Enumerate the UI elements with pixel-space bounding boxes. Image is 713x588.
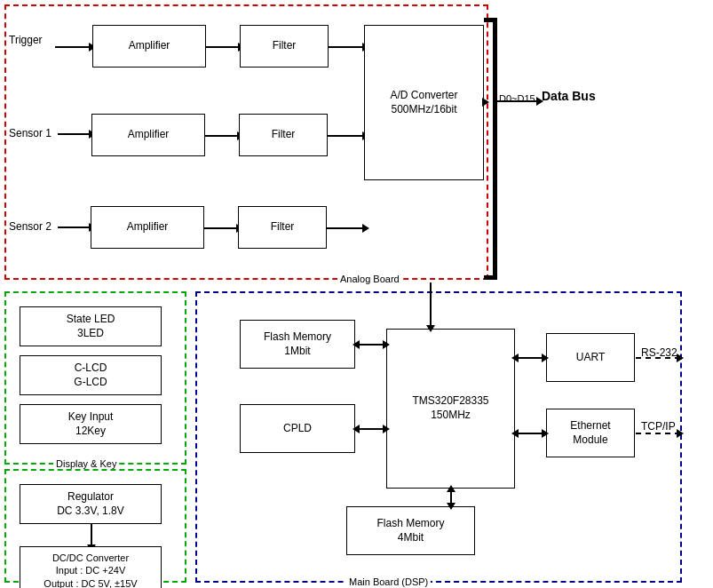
amp2-to-filter2-arrow — [205, 135, 239, 137]
filter3-block: Filter — [238, 206, 327, 249]
main-board-label: Main Board (DSP) — [346, 576, 431, 587]
trigger-label: Trigger — [9, 34, 43, 46]
state-led-block: State LED 3LED — [20, 306, 162, 346]
analog-board-label: Analog Board — [337, 274, 402, 284]
flash4-block: Flash Memory 4Mbit — [346, 506, 475, 555]
regulator-block: Regulator DC 3.3V, 1.8V — [20, 484, 162, 524]
tms-block: TMS320F28335 150MHz — [386, 329, 515, 489]
amplifier2-block: Amplifier — [91, 114, 205, 156]
tcpip-arrow — [677, 429, 684, 438]
data-bus-top-line — [484, 18, 497, 22]
data-bus-vertical-line — [493, 18, 497, 280]
uart-block: UART — [546, 333, 635, 382]
d0d15-label: D0~D15 — [499, 93, 535, 104]
sensor1-to-amp2-arrow — [58, 133, 91, 135]
databus-label: Data Bus — [542, 89, 596, 103]
cpld-tms-arrow — [358, 428, 384, 430]
tcpip-dashed-line — [636, 433, 680, 434]
amp3-to-filter3-arrow — [204, 227, 238, 229]
tms-uart-arrow — [517, 357, 543, 359]
filter1-block: Filter — [240, 25, 329, 68]
data-bus-bottom-line — [484, 275, 497, 280]
reg-to-dcdc-arrow — [91, 524, 92, 546]
dcdc-block: DC/DC Converter Input : DC +24V Output :… — [20, 546, 162, 588]
filter3-to-right-arrow — [327, 227, 364, 229]
adc-block: A/D Converter 500MHz/16bit — [364, 25, 484, 180]
clcd-block: C-LCD G-LCD — [20, 355, 162, 395]
rs232-dashed-line — [636, 357, 680, 359]
filter1-to-adc-arrow — [329, 46, 364, 48]
amplifier3-block: Amplifier — [91, 206, 204, 249]
trigger-to-amp1-arrow — [55, 46, 91, 48]
sensor2-to-amp3-arrow — [58, 226, 91, 228]
tms-eth-arrow — [517, 433, 543, 434]
tms-flash4-arrow — [450, 490, 452, 505]
filter2-to-adc-arrow — [328, 135, 364, 137]
sensor1-label: Sensor 1 — [9, 127, 51, 139]
sensor2-label: Sensor 2 — [9, 220, 51, 233]
tcpip-label: TCP/IP — [641, 420, 676, 433]
key-input-block: Key Input 12Key — [20, 404, 162, 444]
flash1-block: Flash Memory 1Mbit — [240, 320, 355, 369]
adc-to-tms-arrow — [430, 282, 432, 327]
diagram: Analog Board Display & Key Power●art Mai… — [0, 0, 713, 588]
amp1-to-filter1-arrow — [206, 46, 240, 48]
amplifier1-block: Amplifier — [92, 25, 206, 68]
display-key-label: Display & Key — [53, 458, 119, 469]
filter2-block: Filter — [239, 114, 328, 156]
ethernet-block: Ethernet Module — [546, 409, 635, 457]
bracket-to-databus-arrow — [495, 100, 538, 102]
rs232-arrow — [677, 354, 684, 362]
cpld-block: CPLD — [240, 404, 355, 453]
flash1-tms-arrow — [358, 344, 384, 346]
